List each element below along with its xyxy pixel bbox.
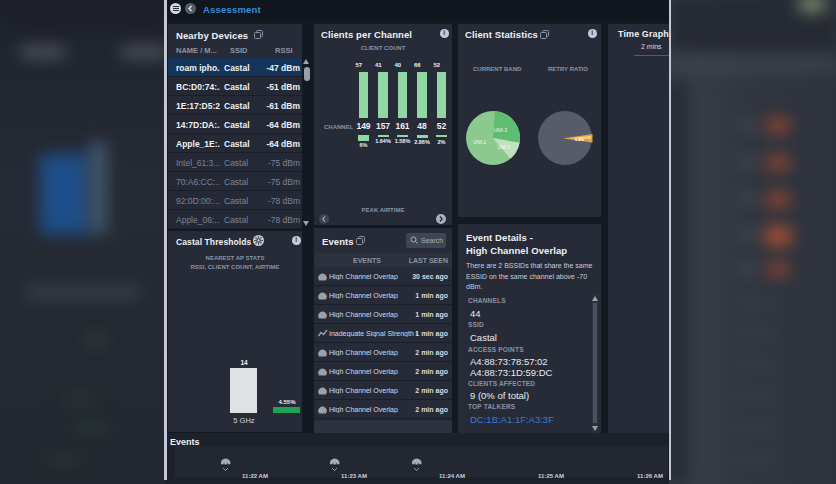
- svg-text:UNII-2: UNII-2: [473, 140, 486, 145]
- svg-text:0.4%: 0.4%: [575, 137, 585, 142]
- svg-text:UNII-1: UNII-1: [497, 145, 510, 150]
- svg-text:UNII-3: UNII-3: [494, 128, 507, 133]
